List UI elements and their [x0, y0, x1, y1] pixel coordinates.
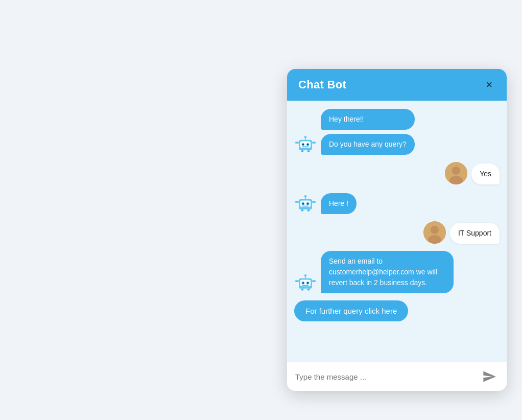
- message-input[interactable]: [295, 372, 475, 381]
- chat-header: Chat Bot ×: [287, 69, 507, 101]
- bot-message-group: Send an email to customerhelp@helper.com…: [321, 251, 454, 293]
- bot-avatar: [294, 132, 317, 155]
- user-bubble: IT Support: [450, 223, 500, 244]
- svg-rect-26: [307, 209, 310, 212]
- svg-point-14: [452, 167, 460, 175]
- svg-rect-44: [312, 280, 316, 282]
- svg-rect-28: [312, 201, 316, 203]
- further-query-button[interactable]: For further query click here: [294, 300, 408, 321]
- chat-title: Chat Bot: [298, 78, 346, 91]
- svg-point-30: [431, 226, 439, 234]
- svg-point-36: [302, 282, 304, 284]
- svg-rect-6: [302, 147, 309, 148]
- bot-bubble: Do you have any query?: [321, 134, 415, 155]
- user-avatar: [423, 221, 446, 244]
- svg-rect-42: [307, 289, 310, 291]
- svg-rect-11: [295, 142, 299, 144]
- svg-rect-27: [295, 201, 299, 203]
- svg-rect-10: [307, 150, 310, 152]
- svg-rect-41: [301, 289, 304, 291]
- bot-message-group: Here !: [321, 193, 357, 214]
- chat-footer: [287, 362, 507, 391]
- user-message-row: IT Support: [294, 221, 500, 244]
- bot-message-row: Here !: [294, 192, 500, 214]
- svg-rect-38: [302, 285, 309, 286]
- bot-bubble: Here !: [321, 193, 357, 214]
- user-message-row: Yes: [294, 162, 500, 184]
- user-avatar: [445, 162, 467, 184]
- svg-rect-12: [312, 142, 316, 144]
- svg-rect-43: [295, 280, 299, 282]
- svg-point-37: [307, 282, 309, 284]
- chat-body: Hey there!! Do you have any query? Yes: [287, 101, 507, 362]
- svg-rect-9: [301, 150, 304, 152]
- bot-avatar: [294, 192, 317, 214]
- close-button[interactable]: ×: [483, 78, 495, 91]
- svg-point-21: [307, 203, 309, 204]
- svg-rect-22: [302, 206, 309, 207]
- chat-window: Chat Bot ×: [287, 69, 507, 391]
- bot-bubble: Send an email to customerhelp@helper.com…: [321, 251, 454, 293]
- bot-message-row: Hey there!! Do you have any query?: [294, 109, 500, 155]
- svg-point-8: [304, 136, 307, 138]
- svg-point-4: [302, 144, 304, 145]
- svg-rect-25: [301, 209, 304, 212]
- svg-point-24: [304, 195, 307, 198]
- svg-point-40: [304, 274, 307, 277]
- send-button[interactable]: [480, 367, 499, 386]
- user-bubble: Yes: [471, 164, 500, 184]
- bot-bubble: Hey there!!: [321, 109, 415, 130]
- bot-message-group: Hey there!! Do you have any query?: [321, 109, 415, 155]
- bot-message-row: Send an email to customerhelp@helper.com…: [294, 251, 500, 293]
- bot-avatar: [294, 271, 317, 293]
- svg-point-5: [307, 144, 309, 145]
- send-icon: [482, 369, 496, 384]
- svg-point-20: [302, 203, 304, 204]
